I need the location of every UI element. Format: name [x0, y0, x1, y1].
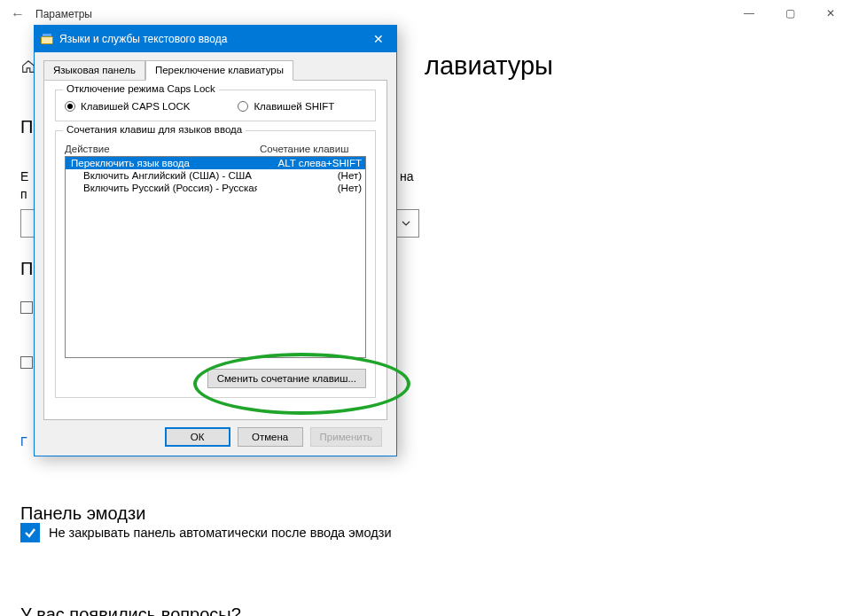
minimize-button[interactable]: — — [729, 0, 769, 27]
dialog-titlebar[interactable]: Языки и службы текстового ввода ✕ — [35, 26, 396, 52]
radio-dot-icon — [65, 101, 75, 112]
view-link-crop[interactable]: Г — [20, 434, 27, 448]
list-header: Действие Сочетание клавиш — [65, 144, 366, 154]
emoji-checkbox-row[interactable]: Не закрывать панель автоматически после … — [20, 523, 392, 542]
dialog-buttons: ОК Отмена Применить — [43, 420, 387, 447]
col-shortcut: Сочетание клавиш — [260, 144, 366, 154]
dialog-body: Языковая панель Переключение клавиатуры … — [35, 52, 396, 456]
page-title-cropped: лавиатуры — [425, 51, 553, 81]
checkbox-checked-icon — [20, 523, 40, 542]
help-heading: У вас появились вопросы? — [20, 604, 241, 616]
window-controls: — ▢ ✕ — [729, 0, 851, 27]
shortcuts-group-legend: Сочетания клавиш для языков ввода — [63, 124, 246, 135]
window-title: Параметры — [35, 8, 92, 20]
maximize-button[interactable]: ▢ — [769, 0, 810, 27]
link-crop: п — [20, 186, 27, 204]
cancel-button[interactable]: Отмена — [238, 427, 303, 447]
keyboard-icon — [40, 32, 54, 46]
tabpanel: Отключение режима Caps Lock Клавишей CAP… — [43, 80, 387, 420]
list-item[interactable]: Включить Русский (Россия) - Русская (Нет… — [66, 182, 365, 194]
capslock-group: Отключение режима Caps Lock Клавишей CAP… — [55, 90, 376, 121]
list-item[interactable]: Включить Английский (США) - США (Нет) — [66, 169, 365, 182]
emoji-heading: Панель эмодзи — [20, 503, 145, 524]
list-item[interactable]: Переключить язык ввода ALT слева+SHIFT — [66, 157, 365, 169]
radio-dot-icon — [238, 101, 248, 112]
shortcuts-group: Сочетания клавиш для языков ввода Действ… — [55, 130, 376, 398]
dialog-title: Языки и службы текстового ввода — [59, 33, 227, 45]
apply-button: Применить — [310, 427, 382, 447]
tabstrip: Языковая панель Переключение клавиатуры — [43, 60, 387, 81]
tab-keyboard-switch[interactable]: Переключение клавиатуры — [145, 60, 293, 81]
shortcuts-listbox[interactable]: Переключить язык ввода ALT слева+SHIFT В… — [65, 156, 366, 358]
radio-shift[interactable]: Клавишей SHIFT — [238, 101, 334, 112]
dialog-close-button[interactable]: ✕ — [366, 32, 391, 46]
svg-rect-1 — [43, 34, 51, 36]
col-action: Действие — [65, 144, 260, 154]
emoji-checkbox-label: Не закрывать панель автоматически после … — [49, 526, 392, 540]
tab-language-panel[interactable]: Языковая панель — [43, 60, 145, 81]
body-text-crop: на — [400, 168, 414, 186]
radio-caps-lock[interactable]: Клавишей CAPS LOCK — [65, 101, 190, 112]
back-button[interactable]: ← — [0, 6, 35, 22]
languages-dialog: Языки и службы текстового ввода ✕ Языков… — [34, 25, 397, 456]
ok-button[interactable]: ОК — [165, 427, 230, 447]
close-button[interactable]: ✕ — [810, 0, 851, 27]
change-shortcut-button[interactable]: Сменить сочетание клавиш... — [207, 369, 366, 388]
svg-rect-0 — [42, 37, 53, 44]
capslock-group-legend: Отключение режима Caps Lock — [63, 83, 219, 94]
